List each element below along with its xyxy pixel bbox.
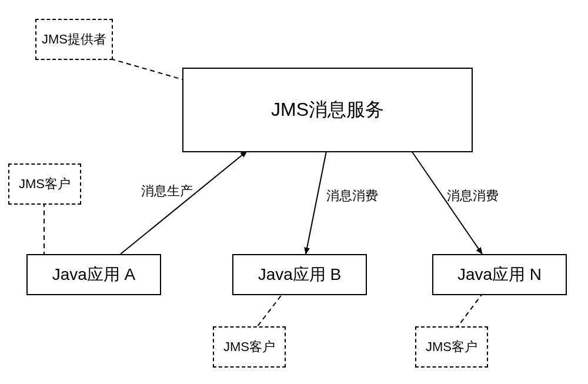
app-n-label: Java应用 N bbox=[457, 263, 542, 286]
edge-label-produce: 消息生产 bbox=[141, 182, 193, 200]
app-a-box: Java应用 A bbox=[26, 254, 161, 295]
note-jms-client-b-label: JMS客户 bbox=[223, 338, 275, 356]
edge-label-consume-n: 消息消费 bbox=[447, 187, 499, 205]
note-jms-provider-label: JMS提供者 bbox=[42, 31, 106, 48]
app-n-box: Java应用 N bbox=[432, 254, 567, 295]
svg-line-5 bbox=[121, 151, 247, 254]
app-b-box: Java应用 B bbox=[232, 254, 367, 295]
note-jms-client-b: JMS客户 bbox=[213, 326, 286, 368]
app-b-label: Java应用 B bbox=[258, 263, 342, 286]
note-jms-provider: JMS提供者 bbox=[35, 19, 113, 60]
service-box-label: JMS消息服务 bbox=[271, 97, 384, 123]
svg-line-6 bbox=[306, 151, 326, 254]
svg-line-4 bbox=[456, 294, 482, 329]
edge-label-consume-b: 消息消费 bbox=[326, 187, 378, 205]
service-box: JMS消息服务 bbox=[182, 68, 473, 152]
diagram-canvas: JMS提供者 JMS消息服务 JMS客户 消息生产 消息消费 消息消费 Java… bbox=[0, 0, 588, 384]
note-jms-client-a: JMS客户 bbox=[8, 163, 81, 205]
svg-line-1 bbox=[111, 59, 182, 79]
note-jms-client-n: JMS客户 bbox=[415, 326, 488, 368]
app-a-label: Java应用 A bbox=[52, 263, 136, 286]
note-jms-client-a-label: JMS客户 bbox=[19, 175, 71, 193]
note-jms-client-n-label: JMS客户 bbox=[426, 338, 477, 356]
